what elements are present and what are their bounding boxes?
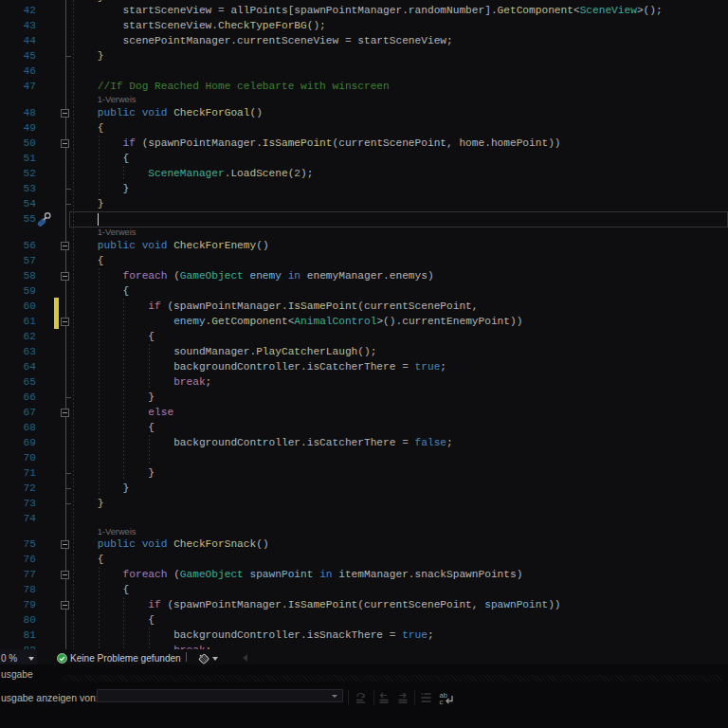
svg-text:c: c bbox=[440, 698, 444, 706]
